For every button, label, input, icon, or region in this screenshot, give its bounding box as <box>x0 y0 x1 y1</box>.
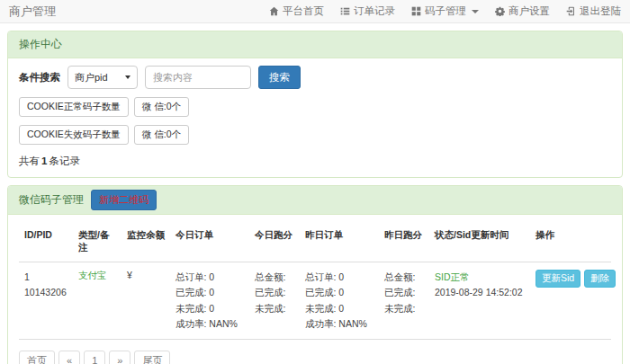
gear-icon <box>495 6 505 16</box>
records-prefix: 共有 <box>19 155 40 166</box>
delete-button[interactable]: 删除 <box>584 270 616 288</box>
header-balance: 监控余额 <box>122 222 170 262</box>
qrcode-icon <box>411 6 421 16</box>
sid-update-time: 2019-08-29 14:52:02 <box>435 285 526 300</box>
cell-type: 支付宝 <box>73 262 122 340</box>
list-icon <box>340 6 350 16</box>
header-id-pid: ID/PID <box>19 222 73 262</box>
records-summary: 共有1条记录 <box>19 155 611 168</box>
operation-center-header: 操作中心 <box>8 31 622 58</box>
nav-item-label: 码子管理 <box>425 4 466 18</box>
cell-yesterday-orders: 总订单: 0 已完成: 0 未完成: 0 成功率: NAN% <box>300 262 379 340</box>
header-status-sid-time: 状态/Sid更新时间 <box>429 222 530 262</box>
cookie-normal-row: COOKIE正常码子数量 微 信:0个 <box>19 97 611 117</box>
nav-item-platform-home[interactable]: 平台首页 <box>269 4 324 18</box>
operation-center-panel: 操作中心 条件搜索 商户pid 搜索 COOKIE正常码子数量 微 信:0个 C… <box>7 31 623 178</box>
cookie-invalid-count-button[interactable]: COOKIE失效码子数量 <box>19 125 129 145</box>
nav-item-logout[interactable]: 退出登陆 <box>566 4 621 18</box>
records-count: 1 <box>40 155 49 166</box>
select-caret-icon <box>125 75 130 79</box>
table-row: 1 10143206 支付宝 ¥ 总订单: 0 已完成: 0 未完成: 0 成功… <box>19 262 611 340</box>
nav-menu: 平台首页 订单记录 码子管理 商户设置 退出登陆 <box>269 4 621 18</box>
logout-icon <box>566 6 576 16</box>
update-sid-button[interactable]: 更新Sid <box>536 270 580 288</box>
cell-today-score: 总金额: 已完成: 未完成: <box>249 262 300 340</box>
pagination-page-1[interactable]: 1 <box>84 351 105 364</box>
header-today-orders: 今日订单 <box>170 222 249 262</box>
nav-item-label: 退出登陆 <box>580 4 621 18</box>
row-pid: 10143206 <box>24 285 69 300</box>
cell-balance: ¥ <box>122 262 170 340</box>
search-type-select[interactable]: 商户pid <box>68 66 138 89</box>
nav-item-merchant-settings[interactable]: 商户设置 <box>495 4 550 18</box>
top-navbar: 商户管理 平台首页 订单记录 码子管理 商户设置 <box>0 0 630 23</box>
wechat-code-body: ID/PID 类型/备注 监控余额 今日订单 今日跑分 昨日订单 昨日跑分 状态… <box>8 215 622 364</box>
cookie-invalid-row: COOKIE失效码子数量 微 信:0个 <box>19 125 611 145</box>
select-value: 商户pid <box>75 71 108 84</box>
pagination-first[interactable]: 首页 <box>19 351 55 364</box>
search-form: 条件搜索 商户pid 搜索 <box>19 66 611 89</box>
row-id: 1 <box>24 270 69 285</box>
header-actions: 操作 <box>530 222 611 262</box>
header-type: 类型/备注 <box>73 222 122 262</box>
pagination-last[interactable]: 尾页 <box>134 351 170 364</box>
cookie-normal-wechat-count[interactable]: 微 信:0个 <box>134 97 189 117</box>
page-title: 商户管理 <box>9 4 56 20</box>
status-badge: SID正常 <box>435 270 526 285</box>
header-yesterday-orders: 昨日订单 <box>300 222 379 262</box>
nav-item-label: 订单记录 <box>354 4 395 18</box>
chevron-down-icon <box>472 10 479 13</box>
nav-item-order-records[interactable]: 订单记录 <box>340 4 395 18</box>
search-button[interactable]: 搜索 <box>258 66 301 89</box>
nav-item-label: 商户设置 <box>508 4 550 18</box>
cell-today-orders: 总订单: 0 已完成: 0 未完成: 0 成功率: NAN% <box>170 262 249 340</box>
add-qrcode-button[interactable]: 新增二维码 <box>91 190 157 210</box>
home-icon <box>269 6 279 16</box>
records-suffix: 条记录 <box>49 155 80 166</box>
search-input[interactable] <box>145 66 251 89</box>
wechat-code-header: 微信码子管理 新增二维码 <box>8 186 622 215</box>
panel-title: 微信码子管理 <box>19 192 84 208</box>
table-header-row: ID/PID 类型/备注 监控余额 今日订单 今日跑分 昨日订单 昨日跑分 状态… <box>19 222 611 262</box>
header-yesterday-score: 昨日跑分 <box>379 222 429 262</box>
nav-item-label: 平台首页 <box>283 4 324 18</box>
cell-yesterday-score: 总金额: 已完成: 未完成: <box>379 262 429 340</box>
search-condition-label: 条件搜索 <box>19 71 60 84</box>
pagination-next[interactable]: » <box>109 351 130 364</box>
header-today-score: 今日跑分 <box>249 222 300 262</box>
cell-status: SID正常 2019-08-29 14:52:02 <box>429 262 530 340</box>
pagination: 首页 « 1 » 尾页 <box>19 351 611 364</box>
cell-id-pid: 1 10143206 <box>19 262 73 340</box>
nav-item-code-management[interactable]: 码子管理 <box>411 4 479 18</box>
cookie-normal-count-button[interactable]: COOKIE正常码子数量 <box>19 97 129 117</box>
cell-actions: 更新Sid 删除 <box>530 262 611 340</box>
cookie-invalid-wechat-count[interactable]: 微 信:0个 <box>134 125 189 145</box>
wechat-code-panel: 微信码子管理 新增二维码 ID/PID 类型/备注 监控余额 今日订单 今日跑分… <box>7 185 623 364</box>
panel-title: 操作中心 <box>19 37 62 52</box>
operation-center-body: 条件搜索 商户pid 搜索 COOKIE正常码子数量 微 信:0个 COOKIE… <box>8 58 622 177</box>
pagination-prev[interactable]: « <box>58 351 80 364</box>
codes-table: ID/PID 类型/备注 监控余额 今日订单 今日跑分 昨日订单 昨日跑分 状态… <box>19 222 611 340</box>
